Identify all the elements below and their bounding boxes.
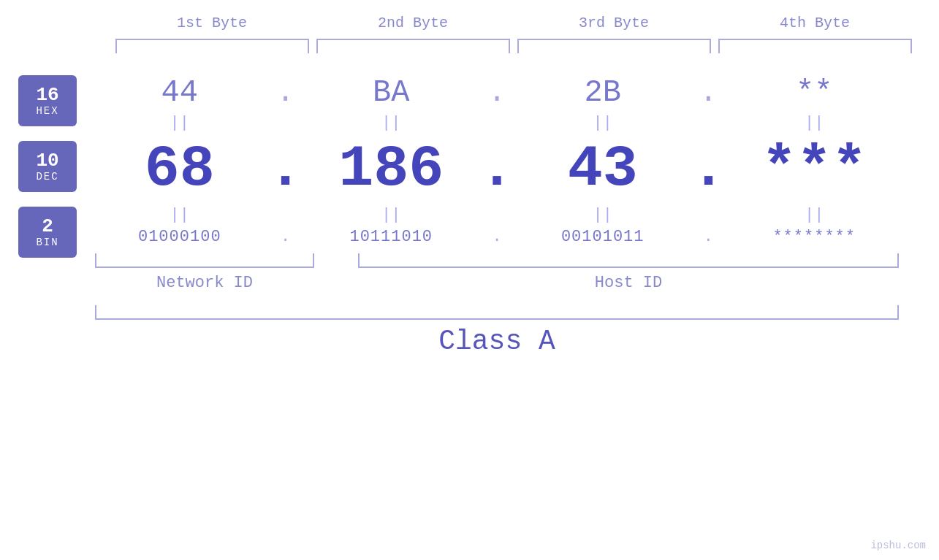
bin-sep-3: . (688, 228, 730, 246)
hex-row: 44 . BA . 2B . ** (95, 75, 899, 110)
eq2-2: || (306, 206, 476, 224)
byte-headers: 1st Byte 2nd Byte 3rd Byte 4th Byte (112, 15, 916, 31)
dec-byte4: *** (729, 136, 899, 202)
bin-byte1: 01000100 (95, 228, 265, 246)
host-bracket (358, 253, 899, 268)
bracket-gap (314, 253, 358, 268)
eq2-3: || (518, 206, 688, 224)
dec-sep-dot-1: . (268, 136, 303, 202)
hex-badge: 16 HEX (18, 75, 77, 126)
hex-val-2: BA (373, 75, 409, 110)
hex-val-1: 44 (161, 75, 198, 110)
bin-val-3: 00101011 (561, 228, 645, 246)
hex-sep-dot-2: . (487, 75, 506, 110)
watermark: ipshu.com (870, 540, 926, 551)
byte3-header: 3rd Byte (514, 15, 715, 31)
dec-sep-dot-3: . (691, 136, 726, 202)
eq2-icon-3: || (593, 206, 612, 224)
hex-sep-2: . (476, 75, 518, 110)
dec-badge: 10 DEC (18, 141, 77, 192)
base-badges-col: 16 HEX 10 DEC 2 BIN (0, 68, 95, 265)
eq1-4: || (729, 114, 899, 132)
hex-byte2: BA (306, 75, 476, 110)
bin-base-num: 2 (42, 216, 53, 237)
class-label: Class A (95, 326, 899, 357)
bin-badge: 2 BIN (18, 207, 77, 258)
bin-val-4: ******** (772, 228, 856, 246)
bin-byte2: 10111010 (306, 228, 476, 246)
dec-sep-dot-2: . (479, 136, 514, 202)
bracket-byte1 (115, 39, 309, 53)
network-id-label: Network ID (95, 274, 314, 292)
bracket-byte2 (316, 39, 510, 53)
hex-sep-3: . (688, 75, 730, 110)
bin-row: 01000100 . 10111010 . 00101011 . (95, 228, 899, 246)
host-id-label: Host ID (358, 274, 899, 292)
eq1-icon-2: || (381, 114, 400, 132)
dec-sep-3: . (688, 136, 730, 202)
dec-byte2: 186 (306, 136, 476, 202)
byte4-header: 4th Byte (715, 15, 916, 31)
eq2-1: || (95, 206, 265, 224)
bin-sep-2: . (476, 228, 518, 246)
eq2-icon-4: || (805, 206, 824, 224)
bin-sep-dot-3: . (704, 228, 713, 246)
bin-byte4: ******** (729, 228, 899, 246)
dec-byte3: 43 (518, 136, 688, 202)
eq1-1: || (95, 114, 265, 132)
byte2-header: 2nd Byte (313, 15, 514, 31)
dec-byte1: 68 (95, 136, 265, 202)
bin-byte3: 00101011 (518, 228, 688, 246)
hex-byte4: ** (729, 75, 899, 110)
bottom-brackets (95, 253, 899, 268)
bracket-byte3 (517, 39, 711, 53)
bracket-byte4 (718, 39, 912, 53)
dec-sep-1: . (265, 136, 307, 202)
dec-val-4: *** (761, 136, 867, 202)
dec-row: 68 . 186 . 43 . *** (95, 136, 899, 202)
eq1-icon-1: || (170, 114, 189, 132)
eq2-icon-2: || (381, 206, 400, 224)
bin-sep-dot-2: . (492, 228, 501, 246)
top-brackets (112, 39, 916, 53)
eq2-4: || (729, 206, 899, 224)
eq1-2: || (306, 114, 476, 132)
dec-val-3: 43 (568, 136, 638, 202)
eq1-icon-4: || (805, 114, 824, 132)
eq2-icon-1: || (170, 206, 189, 224)
dec-val-2: 186 (338, 136, 444, 202)
bottom-full-bracket (95, 305, 899, 320)
hex-sep-dot-3: . (699, 75, 718, 110)
hex-byte1: 44 (95, 75, 265, 110)
main-container: 1st Byte 2nd Byte 3rd Byte 4th Byte 16 H… (0, 0, 939, 560)
id-labels-row: Network ID Host ID (95, 274, 899, 292)
equals-row-2: || || || || (95, 206, 899, 224)
network-bracket (95, 253, 314, 268)
dec-sep-2: . (476, 136, 518, 202)
dec-base-label: DEC (36, 171, 58, 183)
bin-val-2: 10111010 (349, 228, 433, 246)
hex-val-3: 2B (585, 75, 621, 110)
hex-sep-dot-1: . (276, 75, 294, 110)
hex-base-label: HEX (36, 105, 58, 117)
dec-val-1: 68 (145, 136, 215, 202)
equals-row-1: || || || || (95, 114, 899, 132)
hex-val-4: ** (796, 75, 832, 110)
eq1-icon-3: || (593, 114, 612, 132)
byte1-header: 1st Byte (112, 15, 313, 31)
dec-base-num: 10 (36, 150, 58, 172)
bin-sep-1: . (265, 228, 307, 246)
hex-sep-1: . (265, 75, 307, 110)
bin-val-1: 01000100 (138, 228, 221, 246)
bin-base-label: BIN (36, 237, 58, 248)
hex-base-num: 16 (36, 85, 58, 106)
id-labels-gap (314, 274, 358, 292)
bin-sep-dot-1: . (281, 228, 290, 246)
eq1-3: || (518, 114, 688, 132)
hex-byte3: 2B (518, 75, 688, 110)
